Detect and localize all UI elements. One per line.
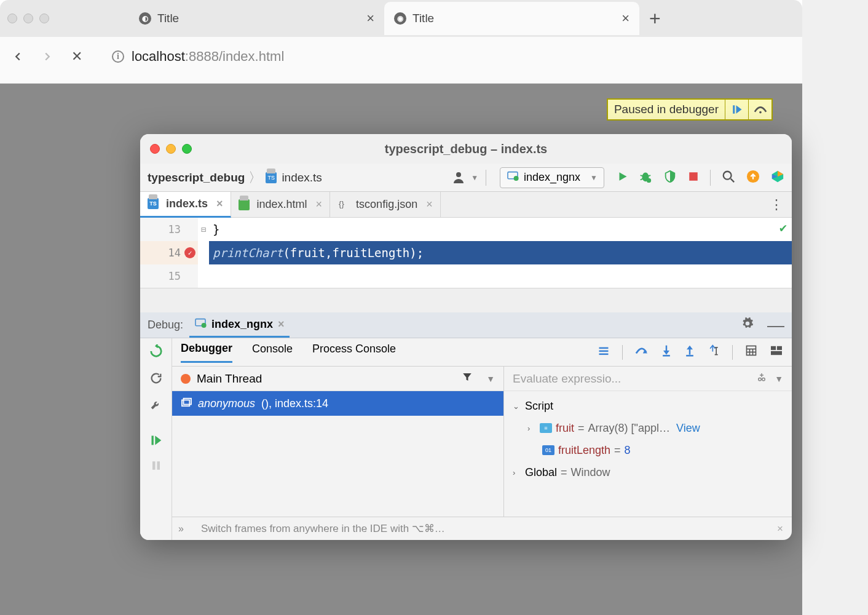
editor-gap xyxy=(140,288,792,312)
favicon-icon: ◉ xyxy=(394,12,406,25)
svg-point-43 xyxy=(759,378,762,381)
close-icon[interactable]: × xyxy=(216,197,223,210)
svg-point-1 xyxy=(759,111,762,114)
inspection-ok-icon[interactable]: ✔ xyxy=(779,220,787,235)
run-to-cursor-icon[interactable] xyxy=(708,344,720,360)
rerun-button[interactable] xyxy=(149,344,163,360)
stop-button[interactable] xyxy=(688,171,699,184)
svg-rect-38 xyxy=(771,351,782,355)
svg-point-4 xyxy=(514,176,519,181)
var-value: Array(8) ["appl… xyxy=(588,422,670,435)
add-watch-icon[interactable] xyxy=(756,371,767,386)
step-out-icon[interactable] xyxy=(684,344,695,360)
stack-frame[interactable]: anonymous(), index.ts:14 xyxy=(172,391,503,416)
close-icon[interactable]: × xyxy=(316,198,323,211)
frame-icon xyxy=(181,397,192,410)
update-icon[interactable] xyxy=(746,170,760,186)
new-tab-button[interactable]: + xyxy=(639,7,671,30)
more-icon[interactable]: » xyxy=(178,523,192,534)
user-icon[interactable] xyxy=(452,170,467,185)
minimize-icon[interactable]: — xyxy=(767,315,784,335)
evaluate-header[interactable]: Evaluate expressio... ▼ xyxy=(504,367,792,391)
var-fruit[interactable]: › ≡ fruit = Array(8) ["appl… View xyxy=(504,417,792,439)
jetbrains-icon[interactable] xyxy=(771,170,784,186)
debug-button[interactable] xyxy=(639,170,652,186)
wrench-icon[interactable] xyxy=(149,399,163,415)
window-minimize[interactable] xyxy=(166,144,176,154)
thread-status-icon xyxy=(181,374,191,384)
expand-icon[interactable]: › xyxy=(513,468,521,477)
step-controls xyxy=(598,344,783,360)
debug-footer: » Switch frames from anywhere in the IDE… xyxy=(172,517,792,540)
svg-point-10 xyxy=(647,178,651,182)
close-icon[interactable]: × xyxy=(366,10,374,26)
divider xyxy=(622,345,623,360)
svg-point-44 xyxy=(762,378,765,381)
url-path: :8888/index.html xyxy=(185,49,284,64)
run-button[interactable] xyxy=(617,170,628,185)
svg-rect-0 xyxy=(733,105,735,114)
close-icon[interactable]: × xyxy=(621,10,629,26)
var-scope-script[interactable]: ⌄ Script xyxy=(504,395,792,417)
var-name: fruit xyxy=(556,422,574,435)
editor-tab-index-ts[interactable]: TS index.ts × xyxy=(140,192,231,218)
fold-icon[interactable]: ⊟ xyxy=(198,218,209,241)
run-config-icon xyxy=(194,318,207,331)
ide-window: typescript_debug – index.ts typescript_d… xyxy=(140,134,792,540)
window-close[interactable] xyxy=(7,14,17,23)
coverage-button[interactable] xyxy=(663,170,677,186)
expand-icon[interactable]: ⌄ xyxy=(513,402,521,411)
stop-button[interactable]: ✕ xyxy=(70,50,84,63)
filter-icon[interactable] xyxy=(462,371,473,386)
browser-tab-2[interactable]: ◉ Title × xyxy=(384,2,639,35)
more-options-icon[interactable]: ⋮ xyxy=(761,197,792,213)
step-into-icon[interactable] xyxy=(661,344,672,360)
close-icon[interactable]: × xyxy=(278,318,285,331)
resume-button[interactable] xyxy=(150,434,162,449)
editor-tab-index-html[interactable]: index.html × xyxy=(231,192,331,218)
editor-tab-tsconfig[interactable]: tsconfig.json × xyxy=(330,192,441,218)
back-button[interactable] xyxy=(11,50,25,63)
window-minimize[interactable] xyxy=(23,14,33,23)
code-editor[interactable]: ✔ 13 ⊟ } 14 printChart(fruit,fruitLength… xyxy=(140,218,792,288)
reload-button[interactable] xyxy=(149,371,163,387)
search-icon[interactable] xyxy=(722,170,735,186)
evaluate-icon[interactable] xyxy=(745,344,757,360)
var-scope-global[interactable]: › Global = Window xyxy=(504,461,792,483)
chevron-down-icon[interactable]: ▼ xyxy=(471,173,478,182)
svg-rect-19 xyxy=(157,461,160,470)
debug-sidebar xyxy=(140,338,172,540)
thread-header[interactable]: Main Thread ▼ xyxy=(172,367,503,391)
window-maximize[interactable] xyxy=(182,144,192,154)
window-maximize[interactable] xyxy=(39,14,49,23)
close-icon[interactable]: × xyxy=(777,523,783,535)
expand-icon[interactable]: › xyxy=(527,424,536,433)
view-link[interactable]: View xyxy=(676,422,700,435)
show-exec-point-icon[interactable] xyxy=(598,346,610,359)
pause-button[interactable] xyxy=(151,460,162,474)
breakpoint-icon[interactable] xyxy=(184,247,195,258)
chevron-down-icon[interactable]: ▼ xyxy=(486,374,495,384)
chevron-down-icon: ▼ xyxy=(590,173,598,182)
var-fruitlength[interactable]: 01 fruitLength = 8 xyxy=(504,439,792,461)
tab-process-console[interactable]: Process Console xyxy=(312,343,396,362)
tab-debugger[interactable]: Debugger xyxy=(181,342,232,363)
gear-icon[interactable] xyxy=(741,317,754,333)
debug-session-tab[interactable]: index_ngnx × xyxy=(189,312,290,338)
url-bar[interactable]: i localhost:8888/index.html xyxy=(112,49,284,65)
tab-console[interactable]: Console xyxy=(252,343,293,362)
step-button[interactable] xyxy=(748,100,771,119)
browser-tab-1[interactable]: ◐ Title × xyxy=(129,2,384,35)
forward-button[interactable] xyxy=(41,50,54,63)
breadcrumb[interactable]: typescript_debug 〉 TS index.ts xyxy=(148,169,322,187)
resume-button[interactable] xyxy=(725,100,748,119)
chevron-down-icon[interactable]: ▼ xyxy=(775,374,783,384)
close-icon[interactable]: × xyxy=(426,198,433,211)
equals: = xyxy=(578,422,585,435)
info-icon[interactable]: i xyxy=(112,50,124,63)
run-config-dropdown[interactable]: index_ngnx ▼ xyxy=(500,167,604,188)
window-close[interactable] xyxy=(150,144,160,154)
step-over-icon[interactable] xyxy=(635,345,649,359)
layout-icon[interactable] xyxy=(770,345,783,359)
gutter: 13 xyxy=(140,218,198,241)
